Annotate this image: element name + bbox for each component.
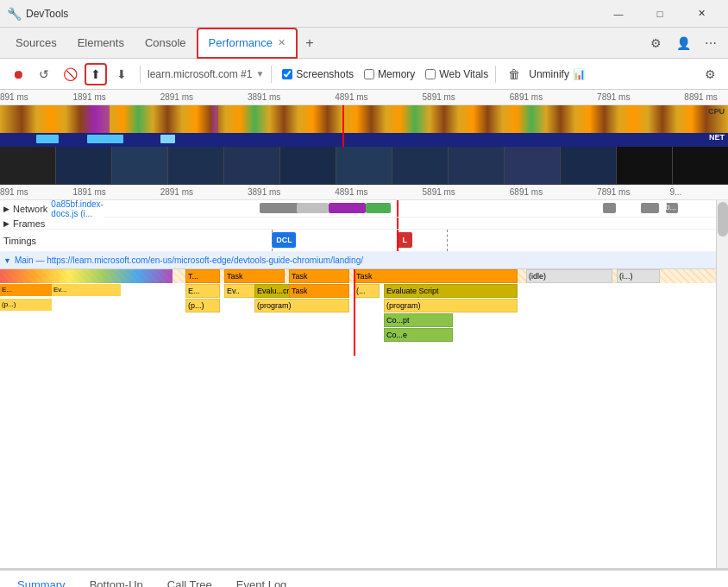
more-options-button[interactable]: ⋯ <box>699 31 723 55</box>
tab-console[interactable]: Console <box>135 28 197 59</box>
remote-debug-button[interactable]: 👤 <box>671 31 695 55</box>
webvitals-checkbox[interactable]: Web Vitals <box>425 68 488 80</box>
timeline-ruler-2: 891 ms 1891 ms 2891 ms 3891 ms 4891 ms 5… <box>0 185 728 200</box>
bottom-panel: Summary Bottom-Up Call Tree Event Log Ra… <box>0 568 728 587</box>
flame-block-t[interactable]: T... <box>185 269 220 283</box>
main-content: 891 ms 1891 ms 2891 ms 3891 ms 4891 ms 5… <box>0 90 728 568</box>
screenshot-8[interactable] <box>449 147 505 184</box>
scrollbar-thumb[interactable] <box>718 202 728 237</box>
screenshot-10[interactable] <box>561 147 617 184</box>
tick-6891: 6891 ms <box>510 92 543 102</box>
customize-button[interactable]: ⚙ <box>643 31 668 55</box>
flame-block-idle1[interactable]: (idle) <box>526 269 612 283</box>
record-button[interactable]: ⏺ <box>7 63 29 85</box>
flame-block-prog2[interactable]: (program) <box>254 299 349 312</box>
flame-left-3[interactable]: (p...) <box>0 299 52 311</box>
tick-2891: 2891 ms <box>160 92 193 102</box>
close-tab-icon[interactable]: ✕ <box>278 37 286 48</box>
network-track-label: ▶ Network 0a85bf.index-docs.js (i... <box>0 200 104 218</box>
tick2-1891: 1891 ms <box>72 187 105 197</box>
tab-bottom-up[interactable]: Bottom-Up <box>79 573 154 587</box>
flame-left-2[interactable]: Ev... <box>52 284 121 296</box>
frames-label: Frames <box>13 218 45 229</box>
screenshot-7[interactable] <box>392 147 449 184</box>
expand-network-icon[interactable]: ▶ <box>3 205 9 213</box>
tab-summary[interactable]: Summary <box>7 573 76 587</box>
screenshot-0[interactable] <box>0 147 56 184</box>
flame-block-co1[interactable]: Co...pt <box>384 313 453 327</box>
screenshot-4[interactable] <box>224 147 280 184</box>
network-block-7: b... <box>666 203 678 213</box>
tick-4891: 4891 ms <box>335 92 367 102</box>
screenshot-1[interactable] <box>56 147 112 184</box>
flame-block-prog1[interactable]: (p...) <box>185 299 220 312</box>
tick-5891: 5891 ms <box>423 92 455 102</box>
toolbar: ⏺ ↺ 🚫 ⬆ ⬇ learn.microsoft.com #1 ▼ Scree… <box>0 59 728 90</box>
flame-block-ev3[interactable]: (... <box>354 284 380 298</box>
flame-blocks-container: T... Task Task Task (idle) (i...) E... E… <box>185 269 716 356</box>
tick2-891: 891 ms <box>0 187 28 197</box>
tick2-7891: 7891 ms <box>597 187 630 197</box>
trash-button[interactable]: 🗑 <box>503 63 525 85</box>
tab-sources-label: Sources <box>16 36 57 49</box>
close-button[interactable]: ✕ <box>681 0 721 28</box>
flame-left-section: E... Ev... (p...) <box>0 269 173 356</box>
network-track-content: b... <box>104 200 728 217</box>
screenshot-6[interactable] <box>336 147 392 184</box>
flame-chart[interactable]: E... Ev... (p...) T... Task Task Task (i… <box>0 269 728 356</box>
screenshot-5[interactable] <box>280 147 336 184</box>
toolbar-separator-1 <box>140 66 141 83</box>
memory-checkbox-input[interactable] <box>364 69 374 79</box>
timings-track: Timings DCL L <box>0 230 728 252</box>
red-timeline-line-net <box>342 133 344 147</box>
reload-button[interactable]: ↺ <box>33 63 55 85</box>
screenshot-2[interactable] <box>112 147 168 184</box>
vertical-scrollbar[interactable] <box>716 200 728 568</box>
tick-3891: 3891 ms <box>248 92 280 102</box>
minimize-button[interactable]: — <box>599 0 638 28</box>
flame-block-co2[interactable]: Co...e <box>384 328 453 342</box>
screenshot-11[interactable] <box>617 147 673 184</box>
maximize-button[interactable]: □ <box>640 0 680 28</box>
l-marker: L <box>397 232 412 248</box>
tab-bar: Sources Elements Console Performance ✕ +… <box>0 28 728 59</box>
tab-sources[interactable]: Sources <box>5 28 67 59</box>
app-title: DevTools <box>26 8 599 20</box>
flame-block-task1[interactable]: Task <box>224 269 285 283</box>
red-line-frames <box>397 218 399 229</box>
flame-left-1[interactable]: E... <box>0 284 52 296</box>
frames-track-label: ▶ Frames <box>0 218 104 229</box>
tick2-2891: 2891 ms <box>160 187 193 197</box>
tick-1891: 1891 ms <box>72 92 105 102</box>
tab-console-label: Console <box>145 36 186 49</box>
download-button[interactable]: ⬇ <box>110 63 133 85</box>
screenshot-9[interactable] <box>505 147 561 184</box>
expand-frames-icon[interactable]: ▶ <box>3 219 9 228</box>
flame-block-task4[interactable]: Task <box>289 284 349 298</box>
network-block-2 <box>297 203 328 213</box>
screenshot-3[interactable] <box>168 147 224 184</box>
frames-track-content <box>104 218 728 229</box>
flame-block-task3[interactable]: Task <box>354 269 518 283</box>
screenshots-checkbox-input[interactable] <box>282 69 292 79</box>
collapse-main-icon[interactable]: ▼ <box>3 256 11 265</box>
upload-button[interactable]: ⬆ <box>85 63 107 85</box>
screenshots-label: Screenshots <box>296 68 354 80</box>
flame-block-prog3[interactable]: (program) <box>384 299 518 312</box>
tab-call-tree[interactable]: Call Tree <box>157 573 223 587</box>
url-arrow-icon[interactable]: ▼ <box>255 69 264 79</box>
flame-block-task2[interactable]: Task <box>289 269 349 283</box>
tab-elements[interactable]: Elements <box>67 28 135 59</box>
add-tab-button[interactable]: + <box>298 31 322 55</box>
memory-checkbox[interactable]: Memory <box>364 68 415 80</box>
webvitals-checkbox-input[interactable] <box>425 69 436 79</box>
flame-block-ev1[interactable]: E... <box>185 284 220 298</box>
flame-block-idle2[interactable]: (i...) <box>617 269 660 283</box>
performance-settings-button[interactable]: ⚙ <box>699 63 721 85</box>
clear-button[interactable]: 🚫 <box>59 63 81 85</box>
tab-performance[interactable]: Performance ✕ <box>197 28 298 59</box>
flame-block-ev2[interactable]: Ev.. <box>224 284 259 298</box>
tab-event-log[interactable]: Event Log <box>226 573 298 587</box>
flame-block-evalscript2[interactable]: Evaluate Script <box>384 284 518 298</box>
screenshots-checkbox[interactable]: Screenshots <box>282 68 354 80</box>
